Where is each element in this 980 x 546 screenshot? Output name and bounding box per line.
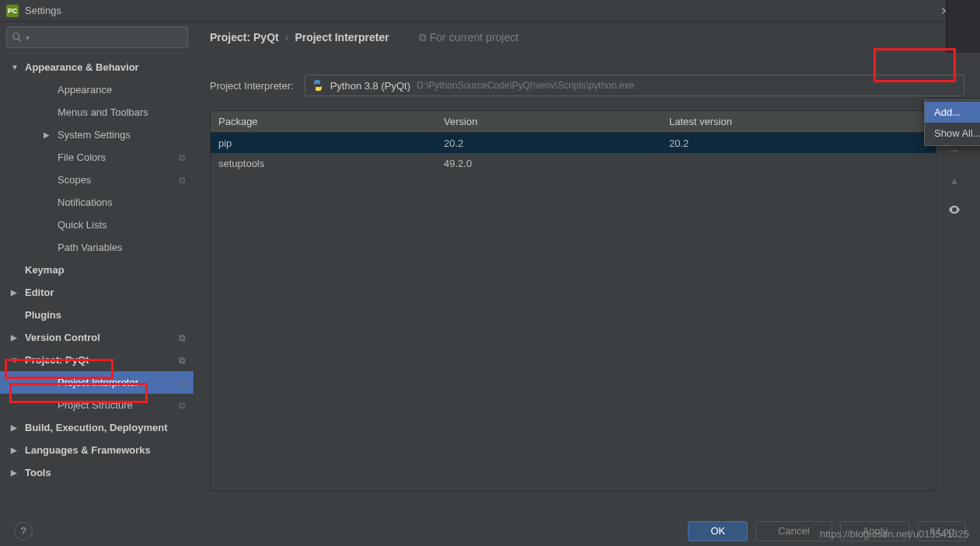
tree-label: Project: PyQt xyxy=(25,354,89,366)
tree-label: Build, Execution, Deployment xyxy=(25,422,167,433)
tree-arrow: ▶ xyxy=(11,288,22,297)
tree-label: Languages & Frameworks xyxy=(25,444,151,456)
titlebar: PC Settings ✕ ❐ xyxy=(0,0,980,22)
tree-label: Project Structure xyxy=(58,399,133,411)
tree-label: Tools xyxy=(25,467,51,478)
tree-item-appearance-behavior[interactable]: ▼Appearance & Behavior xyxy=(0,56,194,78)
tree-item-project-interpreter[interactable]: Project Interpreter⧉ xyxy=(0,371,194,394)
interpreter-path: D:\PythonSourceCode\PyQt\venv\Scripts\py… xyxy=(417,80,634,91)
col-package: Package xyxy=(211,116,436,127)
copy-icon: ⧉ xyxy=(179,175,186,186)
copy-icon: ⧉ xyxy=(419,31,427,44)
tree-item-system-settings[interactable]: ▶System Settings xyxy=(0,123,194,146)
tree-item-editor[interactable]: ▶Editor xyxy=(0,281,194,304)
tree-item-plugins[interactable]: Plugins xyxy=(0,304,194,326)
tree-item-appearance[interactable]: Appearance xyxy=(0,78,194,101)
tree-item-menus-and-toolbars[interactable]: Menus and Toolbars xyxy=(0,101,194,123)
python-icon xyxy=(312,79,324,92)
tree-label: Appearance xyxy=(58,84,112,96)
tree-label: Menus and Toolbars xyxy=(58,106,148,118)
help-button[interactable]: ? xyxy=(14,522,33,541)
copy-icon: ⧉ xyxy=(179,377,186,388)
package-name: setuptools xyxy=(211,158,436,169)
tree-arrow: ▶ xyxy=(11,446,22,454)
tree-arrow: ▶ xyxy=(11,468,22,477)
app-icon: PC xyxy=(6,5,19,17)
tree-label: Keymap xyxy=(25,264,65,276)
watermark: https://blog.csdn.net/u013541325 xyxy=(820,528,969,540)
tree-item-scopes[interactable]: Scopes⧉ xyxy=(0,169,194,191)
tree-label: File Colors xyxy=(58,151,106,163)
interpreter-gear-menu: Add... Show All... xyxy=(924,99,980,146)
search-icon xyxy=(12,32,23,43)
package-name: pip xyxy=(211,137,436,149)
tree-item-quick-lists[interactable]: Quick Lists xyxy=(0,214,194,236)
col-latest: Latest version xyxy=(661,116,936,127)
breadcrumb-project: Project: PyQt xyxy=(210,31,279,43)
tree-item-keymap[interactable]: Keymap xyxy=(0,259,194,281)
show-early-releases-button[interactable] xyxy=(947,202,962,217)
tree-label: Quick Lists xyxy=(58,219,107,231)
interpreter-select[interactable]: Python 3.8 (PyQt) D:\PythonSourceCode\Py… xyxy=(305,75,964,96)
tree-item-path-variables[interactable]: Path Variables xyxy=(0,236,194,259)
col-version: Version xyxy=(436,116,661,127)
tree-item-notifications[interactable]: Notifications xyxy=(0,191,194,214)
tree-item-project-structure[interactable]: Project Structure⧉ xyxy=(0,394,194,416)
package-row[interactable]: setuptools49.2.0 xyxy=(211,153,936,173)
interpreter-label: Project Interpreter: xyxy=(210,80,294,92)
tree-label: System Settings xyxy=(58,129,131,141)
window-title: Settings xyxy=(25,5,61,16)
tree-label: Project Interpreter xyxy=(58,377,138,388)
eye-icon xyxy=(947,203,961,217)
content-pane: Project Interpreter: Python 3.8 (PyQt) D… xyxy=(194,53,980,515)
tree-arrow: ▶ xyxy=(11,423,22,432)
upgrade-package-button[interactable]: ▲ xyxy=(947,172,962,188)
chevron-down-icon: ▾ xyxy=(26,33,30,42)
breadcrumb-sep: › xyxy=(285,31,289,43)
copy-icon: ⧉ xyxy=(179,332,186,343)
svg-point-0 xyxy=(13,33,19,40)
menu-show-all[interactable]: Show All... xyxy=(925,123,980,144)
package-latest: 20.2 xyxy=(661,137,936,149)
tree-item-file-colors[interactable]: File Colors⧉ xyxy=(0,146,194,169)
tree-arrow: ▼ xyxy=(11,356,22,364)
tree-label: Appearance & Behavior xyxy=(25,61,139,73)
breadcrumb: Project: PyQt › Project Interpreter ⧉ Fo… xyxy=(194,31,518,44)
package-version: 49.2.0 xyxy=(436,158,661,169)
package-row[interactable]: pip20.220.2 xyxy=(211,133,936,153)
interpreter-name: Python 3.8 (PyQt) xyxy=(330,80,410,92)
settings-tree[interactable]: ▼Appearance & BehaviorAppearanceMenus an… xyxy=(0,53,194,515)
tree-label: Notifications xyxy=(58,196,113,208)
packages-table[interactable]: Package Version Latest version pip20.220… xyxy=(210,110,936,491)
tree-item-languages-frameworks[interactable]: ▶Languages & Frameworks xyxy=(0,439,194,461)
tree-label: Path Variables xyxy=(58,242,123,253)
tree-arrow: ▼ xyxy=(11,63,22,71)
packages-header: Package Version Latest version xyxy=(211,111,936,133)
tree-label: Plugins xyxy=(25,309,61,321)
package-version: 20.2 xyxy=(436,137,661,149)
tree-item-project-pyqt[interactable]: ▼Project: PyQt⧉ xyxy=(0,349,194,371)
tree-arrow: ▶ xyxy=(44,130,54,139)
top-strip: ▾ Project: PyQt › Project Interpreter ⧉ … xyxy=(0,22,980,53)
tree-item-version-control[interactable]: ▶Version Control⧉ xyxy=(0,326,194,349)
menu-add[interactable]: Add... xyxy=(925,102,980,123)
for-current-project: For current project xyxy=(430,31,518,43)
svg-line-1 xyxy=(19,39,22,42)
tree-label: Editor xyxy=(25,287,54,298)
tree-item-build-execution-deployment[interactable]: ▶Build, Execution, Deployment xyxy=(0,416,194,439)
copy-icon: ⧉ xyxy=(179,400,186,411)
tree-arrow: ▶ xyxy=(11,333,22,342)
search-input[interactable]: ▾ xyxy=(6,26,188,48)
copy-icon: ⧉ xyxy=(179,152,186,163)
tree-label: Version Control xyxy=(25,332,100,343)
ok-button[interactable]: OK xyxy=(688,521,748,541)
tree-item-tools[interactable]: ▶Tools xyxy=(0,461,194,484)
tree-label: Scopes xyxy=(58,174,91,186)
breadcrumb-page: Project Interpreter xyxy=(295,31,389,43)
copy-icon: ⧉ xyxy=(179,355,186,366)
